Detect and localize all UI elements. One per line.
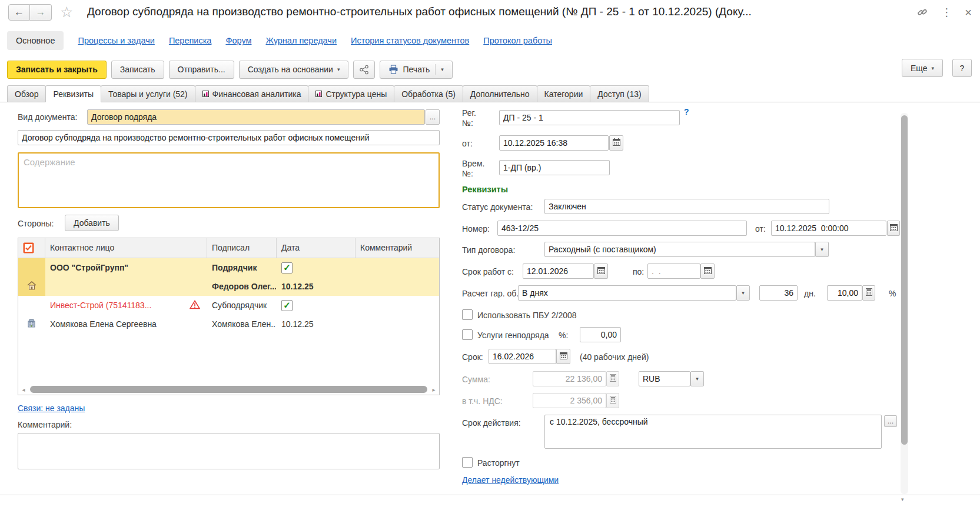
print-button[interactable]: Печать ▾: [380, 61, 452, 79]
content-textarea[interactable]: [18, 152, 440, 208]
send-button[interactable]: Отправить...: [169, 61, 234, 79]
help-question-icon[interactable]: ?: [684, 107, 689, 116]
share-button[interactable]: [353, 61, 375, 79]
scroll-left-icon[interactable]: ◂: [19, 386, 28, 393]
nav-item-status-history[interactable]: История статусов документов: [351, 36, 469, 45]
work-from-input[interactable]: [523, 264, 594, 279]
dropdown-button[interactable]: ▾: [815, 242, 829, 257]
calendar-button[interactable]: [594, 264, 608, 279]
save-button[interactable]: Записать: [111, 61, 164, 79]
back-button[interactable]: ←: [8, 4, 30, 21]
nav-item-transfer-journal[interactable]: Журнал передачи: [265, 36, 337, 45]
more-actions-button[interactable]: Еще ▾: [902, 59, 943, 77]
table-row[interactable]: Федоров Олег... 10.12.25: [18, 277, 439, 296]
scroll-down-icon[interactable]: ▾: [901, 496, 904, 502]
terminated-checkbox-label[interactable]: Расторгнут: [477, 458, 520, 468]
reg-no-input[interactable]: [499, 110, 680, 125]
number-date-input[interactable]: [771, 221, 886, 236]
comment-textarea[interactable]: [18, 433, 440, 469]
number-label: Номер:: [462, 224, 490, 234]
doc-kind-more-button[interactable]: ...: [426, 109, 440, 125]
gen-contract-checkbox[interactable]: [462, 329, 473, 340]
tab-access[interactable]: Доступ (13): [590, 85, 649, 102]
calendar-icon: [597, 266, 605, 276]
column-header-date[interactable]: Дата: [277, 238, 356, 258]
dropdown-button[interactable]: ▾: [690, 371, 704, 386]
number-input[interactable]: [497, 221, 747, 236]
status-label: Статус документа:: [462, 202, 533, 212]
nav-item-main[interactable]: Основное: [7, 31, 64, 50]
contract-type-select[interactable]: [544, 242, 815, 257]
currency-select[interactable]: [639, 371, 690, 386]
table-row[interactable]: Инвест-Строй (75141183... Субподрядчик ✓: [18, 296, 439, 315]
forward-button[interactable]: →: [30, 4, 52, 21]
signed-checkbox[interactable]: ✓: [281, 262, 293, 273]
help-button[interactable]: ?: [952, 59, 972, 77]
validity-textarea[interactable]: с 10.12.2025, бессрочный: [544, 415, 882, 449]
pbu-checkbox[interactable]: [462, 309, 473, 320]
nav-item-work-protocol[interactable]: Протокол работы: [483, 36, 552, 45]
tab-categories[interactable]: Категории: [537, 85, 591, 102]
signed-checkbox[interactable]: ✓: [281, 300, 293, 311]
term-input[interactable]: [489, 349, 556, 364]
table-row[interactable]: Хомякова Елена Сергеевна Хомякова Елен..…: [18, 315, 439, 333]
column-header-signer[interactable]: Подписал: [207, 238, 277, 258]
requisites-section-title: Реквизиты: [462, 185, 508, 194]
calculator-button[interactable]: [606, 371, 619, 386]
tab-goods-services[interactable]: Товары и услуги (52): [101, 85, 195, 102]
dropdown-button[interactable]: ▾: [736, 285, 750, 301]
gen-contract-percent-input[interactable]: [580, 327, 621, 342]
scrollbar-thumb[interactable]: [901, 115, 908, 445]
nav-item-processes[interactable]: Процессы и задачи: [78, 36, 154, 45]
amount-input[interactable]: [533, 371, 606, 386]
add-party-button[interactable]: Добавить: [65, 215, 119, 231]
status-input[interactable]: [544, 199, 829, 214]
favorite-star-icon[interactable]: ☆: [60, 4, 73, 21]
tab-overview[interactable]: Обзор: [7, 85, 46, 102]
warranty-percent-input[interactable]: [827, 285, 862, 301]
calendar-button[interactable]: [887, 221, 900, 236]
warranty-days-input[interactable]: [759, 285, 798, 301]
tab-additional[interactable]: Дополнительно: [463, 85, 537, 102]
calculator-button[interactable]: [862, 285, 875, 301]
create-based-on-button[interactable]: Создать на основании ▾: [239, 61, 349, 79]
scrollbar-thumb[interactable]: [30, 386, 427, 393]
validity-more-button[interactable]: ...: [884, 415, 897, 427]
column-header-contact[interactable]: Контактное лицо: [45, 238, 207, 258]
nav-item-forum[interactable]: Форум: [225, 36, 251, 45]
table-row[interactable]: ООО "СтройГрупп" Подрядчик ✓: [18, 258, 439, 277]
calendar-button[interactable]: [609, 135, 623, 151]
relations-link[interactable]: Связи: не заданы: [18, 403, 85, 413]
save-and-close-button[interactable]: Записать и закрыть: [7, 61, 107, 79]
form-vertical-scrollbar[interactable]: [901, 113, 908, 494]
calendar-icon: [560, 352, 567, 361]
table-horizontal-scrollbar[interactable]: ◂ ▸: [19, 385, 438, 393]
tab-requisites[interactable]: Реквизиты: [45, 85, 101, 102]
tab-price-structure[interactable]: Структура цены: [308, 85, 394, 102]
terminated-checkbox[interactable]: [462, 457, 473, 468]
pbu-checkbox-label[interactable]: Использовать ПБУ 2/2008: [477, 311, 577, 320]
doc-name-input[interactable]: [18, 130, 440, 145]
warranty-mode-select[interactable]: [518, 285, 736, 301]
calendar-button[interactable]: [700, 264, 715, 279]
scroll-right-icon[interactable]: ▸: [430, 386, 438, 393]
close-icon[interactable]: ×: [965, 6, 972, 19]
number-from-label: от:: [755, 224, 766, 234]
divider: [435, 64, 436, 75]
calendar-button[interactable]: [556, 349, 570, 364]
invalidates-link[interactable]: Делает недействующими: [462, 475, 559, 485]
work-to-input[interactable]: [647, 264, 700, 279]
forward-arrow-icon: →: [36, 6, 46, 18]
temp-no-input[interactable]: [499, 160, 610, 175]
reg-date-input[interactable]: [499, 135, 609, 151]
tab-processing[interactable]: Обработка (5): [394, 85, 463, 102]
comment-cell: [356, 315, 439, 333]
calculator-button[interactable]: [606, 393, 619, 408]
more-menu-icon[interactable]: ⋮: [941, 6, 952, 19]
tab-financial-analytics[interactable]: Финансовая аналитика: [195, 85, 309, 102]
get-link-icon[interactable]: [916, 6, 928, 18]
doc-kind-input[interactable]: [87, 109, 425, 125]
vat-input[interactable]: [533, 393, 606, 408]
nav-item-correspondence[interactable]: Переписка: [169, 36, 212, 45]
gen-contract-label[interactable]: Услуги генподряда: [477, 331, 549, 340]
